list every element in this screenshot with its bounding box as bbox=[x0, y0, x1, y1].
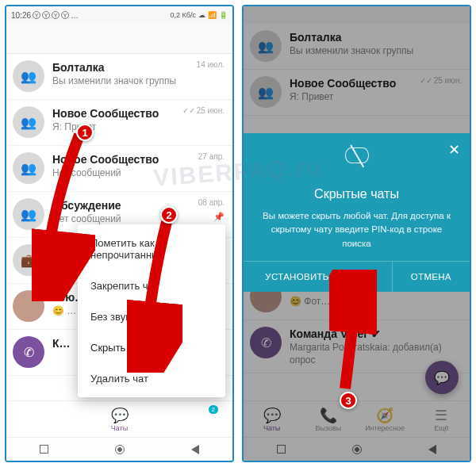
ctx-mark-unread[interactable]: Пометить как непрочитанный bbox=[78, 228, 225, 270]
chat-title: Болталка bbox=[290, 30, 462, 44]
chat-subtitle: 😊 Фот… bbox=[290, 296, 462, 308]
menu-icon: ☰ bbox=[413, 407, 470, 424]
chat-subtitle: Я: Привет bbox=[290, 91, 416, 104]
group-avatar: 👥 bbox=[13, 106, 44, 138]
nav-chats[interactable]: 💬 Чаты 2 bbox=[6, 407, 232, 432]
chat-time: ✓✓25 июн. bbox=[420, 76, 462, 85]
signal-icon: 📶 bbox=[208, 11, 217, 19]
group-avatar: 👥 bbox=[13, 198, 44, 230]
ctx-delete-chat[interactable]: Удалить чат bbox=[78, 363, 225, 394]
home-icon[interactable] bbox=[115, 445, 125, 454]
phone-right: 👥 Болталка Вы изменили значок группы 👥 Н… bbox=[242, 5, 471, 462]
chat-row: 👥 Болталка Вы изменили значок группы bbox=[244, 24, 470, 70]
nav-chats[interactable]: 💬Чаты bbox=[244, 407, 300, 432]
read-checkmarks-icon: ✓✓ bbox=[420, 76, 432, 85]
ctx-mute[interactable]: Без звука bbox=[78, 301, 225, 332]
close-icon[interactable]: ✕ bbox=[448, 141, 460, 159]
read-checkmarks-icon: ✓✓ bbox=[182, 106, 195, 115]
home-icon[interactable] bbox=[352, 445, 362, 454]
group-avatar: 💼 bbox=[13, 244, 44, 276]
status-app-icon: Y bbox=[61, 11, 69, 19]
chat-subtitle: Я: Привет bbox=[52, 121, 179, 134]
nav-label: Ещё bbox=[434, 424, 448, 432]
chat-time: 08 апр. bbox=[198, 198, 225, 207]
viber-avatar: ✆ bbox=[250, 327, 282, 358]
bottom-nav: 💬Чаты 📞Вызовы 🧭Интересное ☰Ещё bbox=[244, 400, 470, 437]
cloud-icon: ☁ bbox=[198, 11, 205, 19]
compass-icon: 🧭 bbox=[357, 407, 413, 424]
chat-row: 👥 Новое Сообщество Я: Привет ✓✓25 июн. bbox=[244, 70, 470, 116]
chat-subtitle: Вы изменили значок группы bbox=[52, 75, 194, 88]
nav-label: Чаты bbox=[111, 424, 128, 432]
status-time: 10:26 bbox=[11, 11, 31, 20]
chat-title: Новое Сообщество bbox=[52, 152, 195, 167]
set-pin-button[interactable]: УСТАНОВИТЬ PIN-КОД bbox=[244, 262, 393, 292]
status-speed: 0,2 Кб/с bbox=[171, 11, 196, 19]
cancel-button[interactable]: ОТМЕНА bbox=[393, 262, 470, 292]
status-app-icon: Y bbox=[42, 11, 50, 19]
android-nav bbox=[6, 437, 232, 461]
status-app-icon: Y bbox=[52, 11, 60, 19]
group-avatar: 👥 bbox=[13, 152, 44, 184]
status-bar: 10:26 Y Y Y Y … 0,2 Кб/с ☁ 📶 🔋 bbox=[6, 6, 232, 24]
chat-subtitle: Вы изменили значок группы bbox=[290, 45, 462, 58]
ctx-hide-chat[interactable]: Скрыть чат bbox=[78, 332, 225, 363]
nav-label: Вызовы bbox=[315, 424, 341, 432]
back-icon[interactable] bbox=[428, 445, 436, 454]
eye-off-icon bbox=[345, 147, 369, 163]
hidden-chats-dialog: ✕ Скрытые чаты Вы можете скрыть любой ча… bbox=[244, 133, 470, 292]
chat-time: 14 июл. bbox=[197, 60, 225, 69]
tabbar bbox=[6, 24, 232, 54]
chat-icon: 💬 bbox=[6, 407, 232, 424]
recent-apps-icon[interactable] bbox=[277, 445, 286, 454]
viber-avatar: ✆ bbox=[13, 336, 44, 368]
bottom-nav: 💬 Чаты 2 bbox=[6, 400, 232, 437]
context-menu: Пометить как непрочитанный Закрепить чат… bbox=[78, 224, 225, 397]
chat-row[interactable]: 👥 Новое Сообщество Я: Привет ✓✓25 июн. bbox=[6, 100, 232, 146]
chat-time: 27 апр. bbox=[198, 152, 225, 161]
nav-more[interactable]: ☰Ещё bbox=[413, 407, 470, 432]
annotation-marker-2: 2 bbox=[160, 206, 178, 224]
group-avatar: 👥 bbox=[250, 30, 282, 62]
group-avatar: 👥 bbox=[250, 76, 282, 108]
annotation-marker-3: 3 bbox=[340, 392, 357, 409]
battery-icon: 🔋 bbox=[219, 11, 228, 19]
nav-explore[interactable]: 🧭Интересное bbox=[357, 407, 413, 432]
annotation-marker-1: 1 bbox=[76, 124, 94, 141]
chat-row[interactable]: 👥 Болталка Вы изменили значок группы 14 … bbox=[6, 54, 232, 100]
chat-row[interactable]: 👥 Новое Сообщество Нет сообщений 27 апр. bbox=[6, 146, 232, 192]
nav-calls[interactable]: 📞Вызовы bbox=[300, 407, 356, 432]
pin-icon: 📌 bbox=[213, 212, 225, 222]
phone-left: 10:26 Y Y Y Y … 0,2 Кб/с ☁ 📶 🔋 👥 Болталк… bbox=[5, 5, 234, 462]
dialog-actions: УСТАНОВИТЬ PIN-КОД ОТМЕНА bbox=[244, 261, 470, 292]
chat-subtitle: Нет сообщений bbox=[52, 167, 195, 180]
nav-label: Интересное bbox=[365, 424, 405, 432]
back-icon[interactable] bbox=[191, 445, 199, 454]
chat-title: Команда Viber ✔ bbox=[290, 327, 462, 341]
user-avatar bbox=[13, 290, 44, 322]
ctx-pin-chat[interactable]: Закрепить чат bbox=[78, 270, 225, 301]
chat-title: Новое Сообщество bbox=[52, 106, 179, 121]
dialog-title: Скрытые чаты bbox=[256, 187, 457, 201]
group-avatar: 👥 bbox=[13, 60, 44, 92]
dialog-text: Вы можете скрыть любой чат. Для доступа … bbox=[256, 209, 457, 251]
chat-title: Болталка bbox=[52, 60, 194, 75]
chat-icon: 💬 bbox=[244, 407, 300, 424]
chat-time: ✓✓25 июн. bbox=[182, 106, 225, 115]
compose-fab[interactable]: 💬 bbox=[425, 361, 459, 394]
status-more-icon: … bbox=[71, 11, 79, 20]
chat-title: Новое Сообщество bbox=[290, 76, 416, 90]
nav-label: Чаты bbox=[263, 424, 280, 432]
status-bar bbox=[244, 6, 470, 24]
recent-apps-icon[interactable] bbox=[40, 445, 48, 454]
nav-badge: 2 bbox=[209, 405, 218, 414]
android-nav bbox=[244, 437, 470, 461]
status-app-icon: Y bbox=[33, 11, 40, 19]
